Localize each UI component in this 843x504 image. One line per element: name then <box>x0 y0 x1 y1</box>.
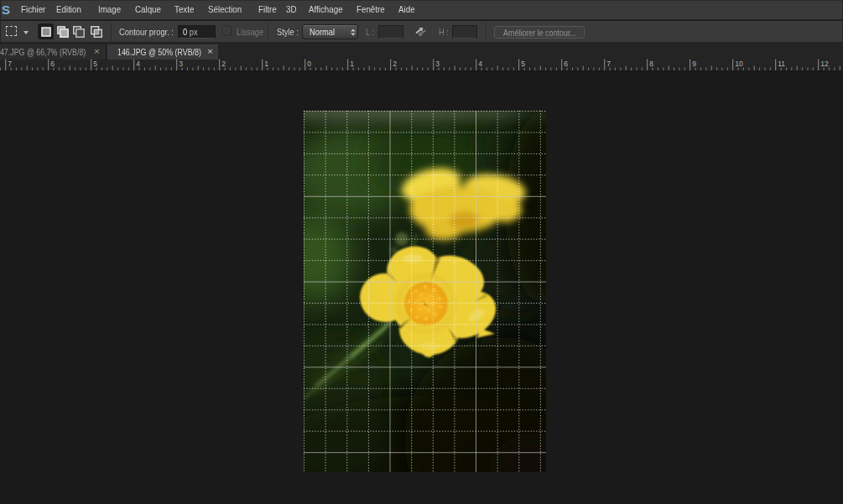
svg-text:3: 3 <box>435 60 440 68</box>
svg-text:8: 8 <box>649 60 653 68</box>
svg-text:7: 7 <box>606 60 611 68</box>
svg-text:1: 1 <box>264 60 268 68</box>
svg-text:11: 11 <box>778 60 785 68</box>
svg-text:0: 0 <box>307 60 311 68</box>
svg-text:5: 5 <box>521 60 525 68</box>
svg-text:4: 4 <box>478 60 482 68</box>
svg-text:7: 7 <box>8 60 12 68</box>
svg-text:6: 6 <box>564 60 568 68</box>
svg-text:10: 10 <box>735 60 743 68</box>
svg-text:4: 4 <box>136 60 140 68</box>
svg-text:3: 3 <box>179 60 183 68</box>
svg-text:2: 2 <box>393 60 397 68</box>
svg-text:9: 9 <box>692 60 696 68</box>
svg-text:1: 1 <box>350 60 354 68</box>
svg-text:5: 5 <box>93 60 97 68</box>
svg-text:6: 6 <box>50 60 55 68</box>
svg-text:12: 12 <box>820 60 829 68</box>
svg-text:2: 2 <box>221 60 226 68</box>
